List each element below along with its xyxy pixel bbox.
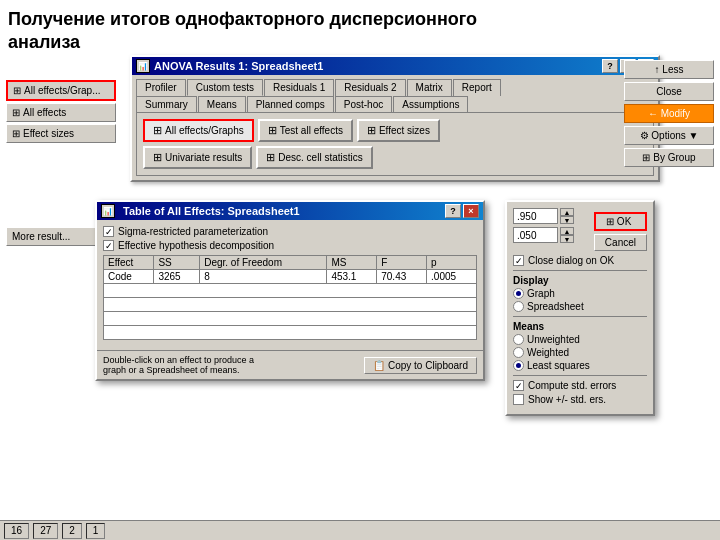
table-row [104, 326, 477, 340]
subtab-post-hoc[interactable]: Post-hoc [335, 96, 392, 112]
display-spreadsheet-row: Spreadsheet [513, 301, 647, 312]
means-weighted-radio[interactable] [513, 347, 524, 358]
subtab-summary[interactable]: Summary [136, 96, 197, 112]
table-icon: ⊞ [367, 124, 376, 137]
sigma-checkbox[interactable]: ✓ [103, 226, 114, 237]
compute-std-errors-checkbox[interactable]: ✓ [513, 380, 524, 391]
alpha-high-input[interactable] [513, 208, 558, 224]
toolbar-row-2: ⊞ Univariate results ⊞ Desc. cell statis… [143, 146, 647, 169]
effects-dialog-footer: Double-click on an effect to produce a g… [97, 350, 483, 379]
cell-f: 70.43 [377, 270, 427, 284]
subtab-means[interactable]: Means [198, 96, 246, 112]
main-tabs: Profiler Custom tests Residuals 1 Residu… [132, 75, 658, 96]
spinbox-row-1: ▲ ▼ [513, 208, 574, 224]
means-unweighted-row: Unweighted [513, 334, 647, 345]
col-ms: MS [327, 256, 377, 270]
show-std-checkbox[interactable] [513, 394, 524, 405]
alpha-low-input[interactable] [513, 227, 558, 243]
anova-results-window: 📊 ANOVA Results 1: Spreadsheet1 ? – × Pr… [130, 55, 660, 182]
table-icon: ⊞ [642, 152, 650, 163]
copy-to-clipboard-button[interactable]: 📋 Copy to Clipboard [364, 357, 477, 374]
tab-report[interactable]: Report [453, 79, 501, 96]
display-spreadsheet-radio[interactable] [513, 301, 524, 312]
table-icon: ⊞ [153, 124, 162, 137]
sidebar-item-all-effects[interactable]: ⊞ All effects [6, 103, 116, 122]
compute-std-errors-row: ✓ Compute std. errors [513, 380, 647, 391]
spin-arrows-2: ▲ ▼ [560, 227, 574, 243]
sidebar-item-effect-sizes[interactable]: ⊞ Effect sizes [6, 124, 116, 143]
by-group-button[interactable]: ⊞ By Group [624, 148, 714, 167]
options-button[interactable]: ⚙ Options ▼ [624, 126, 714, 145]
table-row [104, 284, 477, 298]
means-least-squares-radio[interactable] [513, 360, 524, 371]
spin-up-2[interactable]: ▲ [560, 227, 574, 235]
dialog-buttons: ⊞ OK Cancel [594, 212, 647, 251]
spin-arrows-1: ▲ ▼ [560, 208, 574, 224]
effective-checkbox[interactable]: ✓ [103, 240, 114, 251]
subtab-planned-comps[interactable]: Planned comps [247, 96, 334, 112]
cell-effect: Code [104, 270, 154, 284]
cell-p: .0005 [427, 270, 477, 284]
sidebar-item-all-effects-graphs[interactable]: ⊞ All effects/Grap... [6, 80, 116, 101]
status-cell-1: 16 [4, 523, 29, 539]
table-row[interactable]: Code 3265 8 453.1 70.43 .0005 [104, 270, 477, 284]
means-unweighted-radio[interactable] [513, 334, 524, 345]
show-std-row: Show +/- std. ers. [513, 394, 647, 405]
anova-titlebar: 📊 ANOVA Results 1: Spreadsheet1 ? – × [132, 57, 658, 75]
spin-down-1[interactable]: ▼ [560, 216, 574, 224]
col-df: Degr. of Freedom [200, 256, 327, 270]
less-button[interactable]: ↑ Less [624, 60, 714, 79]
right-sidebar: ↑ Less Close ← Modify ⚙ Options ▼ ⊞ By G… [624, 60, 714, 167]
effects-dialog-titlebar: 📊 Table of All Effects: Spreadsheet1 ? × [97, 202, 483, 220]
all-effects-graphs-button[interactable]: ⊞ All effects/Graphs [143, 119, 254, 142]
table-icon: ⊞ [12, 128, 20, 139]
table-row [104, 298, 477, 312]
table-row [104, 312, 477, 326]
cancel-button[interactable]: Cancel [594, 234, 647, 251]
tab-residuals2[interactable]: Residuals 2 [335, 79, 405, 96]
subtab-assumptions[interactable]: Assumptions [393, 96, 468, 112]
close-dialog-checkbox[interactable]: ✓ [513, 255, 524, 266]
spin-up-1[interactable]: ▲ [560, 208, 574, 216]
effects-right-panel: ▲ ▼ ▲ ▼ ⊞ OK Cancel ✓ Close [505, 200, 655, 416]
table-icon: ⊞ [13, 85, 21, 96]
status-cell-4: 1 [86, 523, 106, 539]
univariate-results-button[interactable]: ⊞ Univariate results [143, 146, 252, 169]
effects-close-button[interactable]: × [463, 204, 479, 218]
spin-down-2[interactable]: ▼ [560, 235, 574, 243]
table-icon: ⊞ [268, 124, 277, 137]
effects-dialog-controls: ? × [445, 204, 479, 218]
modify-button[interactable]: ← Modify [624, 104, 714, 123]
toolbar-row-1: ⊞ All effects/Graphs ⊞ Test all effects … [143, 119, 647, 142]
tab-matrix[interactable]: Matrix [407, 79, 452, 96]
help-button[interactable]: ? [602, 59, 618, 73]
status-bar: 16 27 2 1 [0, 520, 720, 540]
table-icon: ⊞ [266, 151, 275, 164]
desc-cell-stats-button[interactable]: ⊞ Desc. cell statistics [256, 146, 372, 169]
effects-help-button[interactable]: ? [445, 204, 461, 218]
close-dialog-checkbox-row: ✓ Close dialog on OK [513, 255, 647, 266]
table-icon: ⊞ [12, 107, 20, 118]
effects-table: Effect SS Degr. of Freedom MS F p Code 3… [103, 255, 477, 340]
alpha-spinbox-group: ▲ ▼ ▲ ▼ [513, 208, 574, 246]
test-all-effects-button[interactable]: ⊞ Test all effects [258, 119, 353, 142]
col-p: p [427, 256, 477, 270]
col-f: F [377, 256, 427, 270]
anova-content: ⊞ All effects/Graphs ⊞ Test all effects … [136, 112, 654, 176]
tab-profiler[interactable]: Profiler [136, 79, 186, 96]
cell-df: 8 [200, 270, 327, 284]
table-icon-ok: ⊞ [606, 216, 614, 227]
close-result-button[interactable]: Close [624, 82, 714, 101]
tab-custom-tests[interactable]: Custom tests [187, 79, 263, 96]
ok-button[interactable]: ⊞ OK [594, 212, 647, 231]
means-weighted-row: Weighted [513, 347, 647, 358]
sub-tabs: Summary Means Planned comps Post-hoc Ass… [132, 96, 658, 112]
display-graph-radio[interactable] [513, 288, 524, 299]
tab-residuals1[interactable]: Residuals 1 [264, 79, 334, 96]
effects-dialog-icon: 📊 [101, 204, 115, 218]
cell-ss: 3265 [154, 270, 200, 284]
cell-ms: 453.1 [327, 270, 377, 284]
status-cell-2: 27 [33, 523, 58, 539]
effect-sizes-button[interactable]: ⊞ Effect sizes [357, 119, 440, 142]
col-effect: Effect [104, 256, 154, 270]
